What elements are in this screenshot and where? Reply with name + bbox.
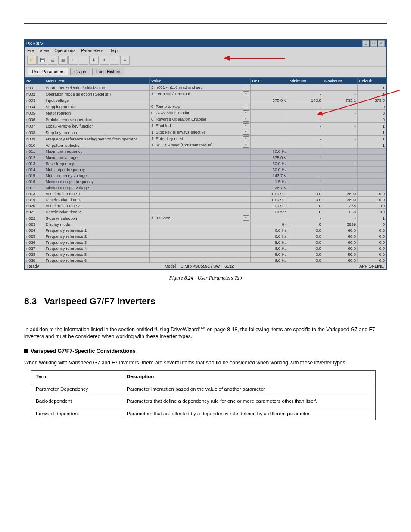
table-row[interactable]: n004Stopping method0: Ramp to stop▾--0 (25, 103, 386, 110)
grid-cell[interactable] (150, 191, 251, 197)
close-button[interactable]: × (378, 40, 385, 47)
menu-file[interactable]: File (27, 48, 34, 53)
table-row[interactable]: n015Mid. frequency voltage143.7 V--- (25, 173, 386, 179)
toolbar-refresh-icon[interactable]: ↻ (120, 56, 130, 65)
dropdown-icon[interactable]: ▾ (243, 110, 249, 115)
toolbar-right-icon[interactable]: → (79, 56, 88, 65)
grid-cell: - (288, 103, 323, 110)
grid-cell[interactable] (150, 167, 251, 173)
dropdown-icon[interactable]: ▾ (243, 117, 249, 122)
grid-cell: 575.0 V (251, 155, 288, 161)
minimize-button[interactable]: _ (362, 40, 369, 47)
table-row[interactable]: n009Frequency reference setting method f… (25, 136, 386, 142)
table-row[interactable]: n026Frequency reference 38.0 Hz0.060.00.… (25, 240, 386, 246)
grid-cell[interactable] (150, 221, 251, 227)
tab-user-parameters[interactable]: User Parameters (28, 68, 68, 75)
table-row[interactable]: n010V/f pattern selection1: 60 Hz Preset… (25, 142, 386, 149)
grid-cell[interactable] (150, 209, 251, 215)
table-row[interactable]: n003Input voltage575.0 V150.0733.1575.0 (25, 97, 386, 103)
dropdown-icon[interactable]: ▾ (243, 123, 249, 128)
table-row[interactable]: n028Frequency reference 58.0 Hz0.050.00.… (25, 252, 386, 258)
table-row[interactable]: n007Local/Remote key function1: Enabled▾… (25, 123, 386, 129)
grid-cell[interactable]: 0: Reverse Operation Enabled▾ (150, 116, 251, 123)
toolbar-left-icon[interactable]: ← (68, 56, 78, 65)
grid-cell: V/f pattern selection (44, 142, 149, 149)
grid-cell: - (323, 129, 357, 136)
table-row[interactable]: n020Acceleration time 210 sec025810 (25, 203, 386, 209)
dropdown-icon[interactable]: ▾ (243, 130, 249, 135)
menu-view[interactable]: View (40, 48, 49, 53)
grid-cell[interactable] (150, 97, 251, 103)
grid-cell: Frequency reference 5 (44, 252, 149, 258)
table-row[interactable]: n022S-curve selection1: 0.25sec▾--1 (25, 215, 386, 221)
dropdown-icon[interactable]: ▾ (243, 136, 249, 141)
tab-graph[interactable]: Graph (70, 68, 90, 75)
dropdown-icon[interactable]: ▾ (243, 143, 249, 148)
grid-cell: 6.0 Hz (251, 246, 288, 252)
grid-cell: 1 (358, 136, 386, 142)
dropdown-icon[interactable]: ▾ (243, 85, 249, 90)
grid-cell[interactable] (150, 227, 251, 233)
grid-cell[interactable] (150, 155, 251, 161)
maximize-button[interactable]: □ (370, 40, 377, 47)
table-row[interactable]: n019Deceleration time 110.0 sec0.0360010… (25, 197, 386, 203)
grid-cell[interactable]: 1: Terminal / Terminal▾ (150, 91, 251, 97)
grid-cell[interactable]: 0: Ramp to stop▾ (150, 103, 251, 110)
grid-cell[interactable]: 3: n001 - n116 read and set▾ (150, 84, 251, 91)
toolbar-save-icon[interactable]: 💾 (37, 56, 47, 65)
grid-cell[interactable] (150, 185, 251, 191)
grid-cell: Base frequency (44, 161, 149, 167)
table-row[interactable]: n029Frequency reference 66.0 Hz0.060.00.… (25, 258, 386, 263)
table-row[interactable]: n002Operation mode selection (Seq/Ref)1:… (25, 91, 386, 97)
toolbar-print-icon[interactable]: 🖨 (48, 56, 57, 65)
toolbar-upload-icon[interactable]: ⬆ (100, 56, 109, 65)
table-row[interactable]: n021Deceleration time 210 sec025810 (25, 209, 386, 215)
toolbar-grid-icon[interactable]: ▦ (58, 56, 68, 65)
table-row[interactable]: n005Motor rotation0: CCW shaft rotation▾… (25, 110, 386, 116)
term-cell: Back-dependent (31, 395, 122, 408)
grid-cell: 0.0 (288, 252, 323, 258)
grid-cell[interactable]: 1: 0.25sec▾ (150, 215, 251, 221)
grid-cell[interactable] (150, 149, 251, 155)
dropdown-icon[interactable]: ▾ (243, 215, 249, 221)
table-row[interactable]: n027Frequency reference 46.0 Hz0.060.00.… (25, 246, 386, 252)
table-row[interactable]: n016Minimum output frequency1.5 Hz--- (25, 179, 386, 185)
toolbar-info-icon[interactable]: ℹ (110, 56, 119, 65)
menu-parameters[interactable]: Parameters (81, 48, 103, 53)
grid-cell[interactable] (150, 179, 251, 185)
grid-cell[interactable] (150, 252, 251, 258)
grid-cell[interactable]: 1: Enabled▾ (150, 123, 251, 129)
grid-cell[interactable] (150, 203, 251, 209)
table-row[interactable]: n018Acceleration time 110.0 sec0.0360010… (25, 191, 386, 197)
table-row[interactable]: n006Prohibit reverse operation0: Reverse… (25, 116, 386, 123)
tab-fault-history[interactable]: Fault History (92, 68, 124, 75)
table-row[interactable]: n008Stop key function1: Stop key is alwa… (25, 129, 386, 136)
grid-cell[interactable]: 1: 60 Hz Preset (Constant torque)▾ (150, 142, 251, 149)
grid-cell: n018 (25, 191, 44, 197)
table-row[interactable]: n017Minimum output voltage28.7 V--- (25, 185, 386, 191)
menu-help[interactable]: Help (109, 48, 118, 53)
table-row[interactable]: n012Maximum voltage575.0 V--- (25, 155, 386, 161)
table-row[interactable]: n001Parameter Selection/Initialization3:… (25, 84, 386, 91)
table-row[interactable]: n025Frequency reference 26.0 Hz0.060.00.… (25, 233, 386, 240)
dropdown-icon[interactable]: ▾ (243, 104, 249, 109)
table-row[interactable]: n024Frequency reference 16.0 Hz0.060.00.… (25, 227, 386, 233)
table-row[interactable]: n013Base frequency60.0 Hz--- (25, 161, 386, 167)
grid-cell[interactable] (150, 240, 251, 246)
table-row[interactable]: n023Display mode0 -039990 (25, 221, 386, 227)
grid-cell[interactable] (150, 233, 251, 240)
dropdown-icon[interactable]: ▾ (243, 91, 249, 96)
table-row[interactable]: n014Mid. output frequency30.0 Hz--- (25, 167, 386, 173)
grid-cell[interactable] (150, 161, 251, 167)
grid-cell[interactable] (150, 173, 251, 179)
grid-cell[interactable]: 0: CCW shaft rotation▾ (150, 110, 251, 116)
grid-cell[interactable] (150, 258, 251, 263)
menu-operations[interactable]: Operations (54, 48, 75, 53)
table-row[interactable]: n011Maximum frequency60.0 Hz--- (25, 149, 386, 155)
grid-cell[interactable]: 1: Stop key is always effective▾ (150, 129, 251, 136)
toolbar-download-icon[interactable]: ⬇ (89, 56, 99, 65)
grid-cell[interactable]: 1: Enter key used▾ (150, 136, 251, 142)
toolbar-open-icon[interactable]: 📂 (27, 56, 37, 65)
grid-cell[interactable] (150, 197, 251, 203)
grid-cell[interactable] (150, 246, 251, 252)
